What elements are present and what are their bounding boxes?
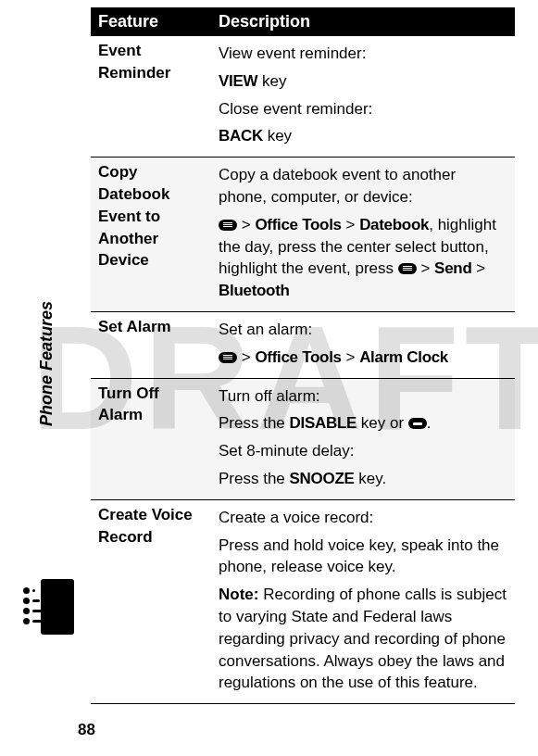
desc-text: > Office Tools > Alarm Clock bbox=[219, 346, 507, 369]
office-tools-label: Office Tools bbox=[255, 216, 341, 233]
desc-text: Set an alarm: bbox=[219, 319, 507, 341]
desc-text: Press and hold voice key, speak into the… bbox=[219, 535, 507, 579]
disable-key-label: DISABLE bbox=[290, 414, 357, 432]
feature-cell: Event Reminder bbox=[91, 36, 211, 158]
desc-text: Close event reminder: bbox=[219, 98, 507, 120]
desc-text: key. bbox=[355, 470, 387, 487]
desc-text: key or bbox=[357, 414, 408, 432]
section-label: Phone Features bbox=[37, 301, 56, 426]
view-key-label: VIEW bbox=[219, 72, 257, 90]
desc-text: Turn off alarm: bbox=[219, 385, 507, 408]
desc-text: key bbox=[257, 72, 286, 90]
header-description: Description bbox=[211, 7, 515, 36]
note-label: Note: bbox=[219, 586, 263, 603]
desc-text: > bbox=[237, 348, 255, 366]
desc-text: > Office Tools > Datebook, highlight the… bbox=[219, 214, 507, 302]
table-row: Event Reminder View event reminder: VIEW… bbox=[91, 36, 515, 158]
alarm-clock-label: Alarm Clock bbox=[359, 348, 448, 366]
desc-text: > bbox=[471, 259, 485, 277]
send-label: Send bbox=[434, 259, 471, 277]
desc-text: > bbox=[342, 348, 359, 366]
office-tools-label: Office Tools bbox=[255, 348, 341, 366]
desc-text: Press the SNOOZE key. bbox=[219, 468, 507, 490]
feature-cell: Turn Off Alarm bbox=[91, 378, 211, 499]
description-cell: Copy a datebook event to another phone, … bbox=[211, 158, 515, 312]
desc-text: > bbox=[237, 216, 255, 233]
description-cell: Set an alarm: > Office Tools > Alarm Clo… bbox=[211, 311, 515, 378]
desc-text: View event reminder: bbox=[219, 43, 507, 65]
menu-key-icon bbox=[219, 352, 237, 363]
desc-text: > bbox=[342, 216, 359, 233]
page-number: 88 bbox=[78, 721, 95, 739]
bluetooth-label: Bluetooth bbox=[219, 282, 290, 299]
desc-text: Press the bbox=[219, 414, 290, 432]
description-cell: Create a voice record: Press and hold vo… bbox=[211, 499, 515, 703]
content-area: Feature Description Event Reminder View … bbox=[91, 7, 515, 704]
feature-cell: Copy Datebook Event to Another Device bbox=[91, 158, 211, 312]
desc-text: Press the DISABLE key or . bbox=[219, 412, 507, 435]
table-row: Copy Datebook Event to Another Device Co… bbox=[91, 158, 515, 312]
table-row: Turn Off Alarm Turn off alarm: Press the… bbox=[91, 378, 515, 499]
menu-key-icon bbox=[219, 220, 237, 231]
desc-text: BACK key bbox=[219, 125, 507, 147]
desc-text: Press the bbox=[219, 470, 290, 487]
back-key-label: BACK bbox=[219, 127, 263, 145]
desc-text: key bbox=[263, 127, 292, 145]
desc-text: > bbox=[417, 259, 434, 277]
description-cell: Turn off alarm: Press the DISABLE key or… bbox=[211, 378, 515, 499]
end-key-icon bbox=[408, 418, 427, 429]
description-cell: View event reminder: VIEW key Close even… bbox=[211, 36, 515, 158]
table-row: Create Voice Record Create a voice recor… bbox=[91, 499, 515, 703]
table-row: Set Alarm Set an alarm: > Office Tools >… bbox=[91, 311, 515, 378]
menu-key-icon bbox=[398, 263, 417, 274]
header-feature: Feature bbox=[91, 7, 211, 36]
feature-cell: Set Alarm bbox=[91, 311, 211, 378]
features-table: Feature Description Event Reminder View … bbox=[91, 7, 515, 704]
desc-text: Copy a datebook event to another phone, … bbox=[219, 164, 507, 208]
desc-text: . bbox=[427, 414, 432, 432]
desc-text: VIEW key bbox=[219, 70, 507, 93]
snooze-key-label: SNOOZE bbox=[290, 470, 355, 487]
feature-cell: Create Voice Record bbox=[91, 499, 211, 703]
datebook-label: Datebook bbox=[359, 216, 429, 233]
desc-text: Create a voice record: bbox=[219, 507, 507, 529]
desc-text: Note: Recording of phone calls is subjec… bbox=[219, 584, 507, 694]
desc-text: Set 8-minute delay: bbox=[219, 440, 507, 462]
speaker-lines-icon bbox=[23, 579, 74, 635]
